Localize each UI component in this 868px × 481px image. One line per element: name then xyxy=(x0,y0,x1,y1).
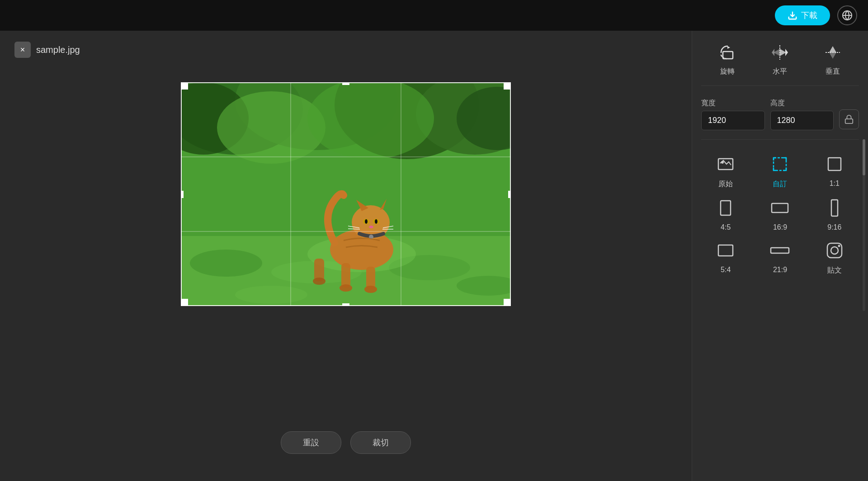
svg-point-34 xyxy=(369,226,373,228)
ratio-4-5-icon xyxy=(714,196,737,220)
main-content: × sample.jpg xyxy=(0,31,868,481)
svg-point-32 xyxy=(365,219,368,224)
crop-button[interactable]: 裁切 xyxy=(350,431,411,454)
ratio-21-9-icon xyxy=(768,239,792,262)
ratio-custom[interactable]: 自訂 xyxy=(755,152,804,189)
ratio-original[interactable]: 原始 xyxy=(701,152,750,189)
scrollbar-thumb[interactable] xyxy=(863,139,865,175)
close-button[interactable]: × xyxy=(14,42,31,58)
reset-button[interactable]: 重設 xyxy=(281,431,341,454)
tool-horizontal[interactable]: 水平 xyxy=(769,42,791,76)
vertical-icon xyxy=(822,42,844,63)
ratio-9-16[interactable]: 9:16 xyxy=(810,196,859,231)
filename-label: sample.jpg xyxy=(36,45,80,55)
ratio-4-5-label: 4:5 xyxy=(721,223,731,231)
svg-point-33 xyxy=(375,219,377,224)
ratio-grid: 原始 自訂 xyxy=(701,152,859,275)
globe-icon xyxy=(842,10,853,21)
ratio-9-16-label: 9:16 xyxy=(827,223,841,231)
svg-rect-56 xyxy=(831,200,838,216)
ratio-16-9-icon xyxy=(768,196,792,220)
rotate-icon xyxy=(717,42,738,63)
svg-point-60 xyxy=(831,247,838,254)
svg-rect-49 xyxy=(845,119,853,123)
ratio-1-1[interactable]: 1:1 xyxy=(810,152,859,189)
ratio-5-4[interactable]: 5:4 xyxy=(701,239,750,275)
svg-rect-58 xyxy=(771,248,789,253)
language-button[interactable] xyxy=(837,5,857,25)
original-label: 原始 xyxy=(718,179,733,189)
custom-icon xyxy=(768,152,792,176)
svg-point-29 xyxy=(313,278,326,285)
action-buttons: 重設 裁切 xyxy=(281,431,411,454)
horizontal-icon xyxy=(769,42,791,63)
crop-container[interactable] xyxy=(181,82,511,306)
aspect-lock-button[interactable] xyxy=(839,109,859,129)
ratio-1-1-label: 1:1 xyxy=(830,179,840,188)
lock-icon xyxy=(844,114,854,124)
dims-row: 寬度 高度 xyxy=(701,99,859,140)
instagram-label: 貼文 xyxy=(827,266,842,275)
ratio-21-9-label: 21:9 xyxy=(773,266,787,274)
svg-rect-54 xyxy=(721,201,731,215)
svg-point-14 xyxy=(190,250,262,277)
width-field: 寬度 xyxy=(701,99,765,130)
image-background xyxy=(181,82,511,306)
tools-row: 旋轉 水平 xyxy=(701,42,859,86)
ratio-9-16-icon xyxy=(823,196,846,220)
height-label: 高度 xyxy=(770,99,834,108)
ratio-5-4-icon xyxy=(714,239,737,262)
download-icon xyxy=(788,10,797,20)
original-icon xyxy=(714,152,737,176)
svg-rect-24 xyxy=(341,263,350,288)
height-input[interactable] xyxy=(770,111,834,130)
svg-point-28 xyxy=(364,286,377,293)
ratio-16-9-label: 16:9 xyxy=(773,223,787,231)
topbar: 下載 xyxy=(0,0,868,31)
instagram-icon xyxy=(823,239,846,262)
scrollbar-track xyxy=(863,139,865,311)
rotate-label: 旋轉 xyxy=(720,67,735,76)
width-input[interactable] xyxy=(701,111,765,130)
left-panel: × sample.jpg xyxy=(0,31,692,481)
image-placeholder xyxy=(181,82,511,306)
horizontal-label: 水平 xyxy=(773,67,787,76)
svg-point-27 xyxy=(340,284,352,292)
width-label: 寬度 xyxy=(701,99,765,108)
download-label: 下載 xyxy=(801,10,817,21)
svg-point-61 xyxy=(838,245,840,247)
svg-rect-57 xyxy=(718,245,733,256)
svg-point-19 xyxy=(235,286,307,304)
svg-rect-52 xyxy=(774,158,786,170)
tool-rotate[interactable]: 旋轉 xyxy=(717,42,738,76)
vertical-label: 垂直 xyxy=(826,67,840,76)
tool-vertical[interactable]: 垂直 xyxy=(822,42,844,76)
svg-line-37 xyxy=(348,229,360,229)
ratio-16-9[interactable]: 16:9 xyxy=(755,196,804,231)
ratio-1-1-icon xyxy=(823,152,846,176)
download-button[interactable]: 下載 xyxy=(775,5,830,25)
ratio-5-4-label: 5:4 xyxy=(721,266,731,274)
ratio-21-9[interactable]: 21:9 xyxy=(755,239,804,275)
ratio-4-5[interactable]: 4:5 xyxy=(701,196,750,231)
height-field: 高度 xyxy=(770,99,834,130)
svg-rect-55 xyxy=(772,203,788,212)
svg-point-51 xyxy=(721,161,724,164)
svg-rect-53 xyxy=(828,158,841,170)
file-header: × sample.jpg xyxy=(14,42,80,58)
ratio-instagram[interactable]: 貼文 xyxy=(810,239,859,275)
custom-label: 自訂 xyxy=(773,179,787,189)
right-panel: 旋轉 水平 xyxy=(692,31,868,481)
svg-rect-44 xyxy=(723,52,733,59)
